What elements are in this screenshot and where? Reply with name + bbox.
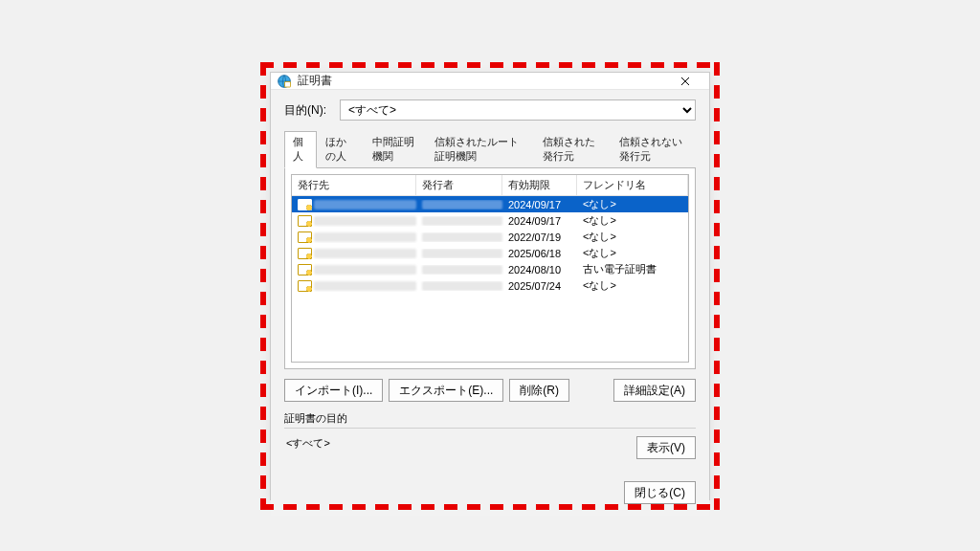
- list-header: 発行先 発行者 有効期限 フレンドリ名: [292, 175, 688, 196]
- tab-2[interactable]: 中間証明機関: [364, 131, 426, 168]
- view-button[interactable]: 表示(V): [636, 436, 696, 459]
- purpose-group-value: <すべて>: [284, 436, 636, 468]
- column-friendly[interactable]: フレンドリ名: [577, 175, 688, 195]
- close-icon: [680, 77, 690, 86]
- import-button[interactable]: インポート(I)...: [284, 379, 383, 402]
- column-issuer[interactable]: 発行者: [416, 175, 502, 195]
- purpose-select[interactable]: <すべて>: [340, 99, 696, 121]
- certificate-icon: [298, 231, 312, 243]
- purpose-label: 目的(N):: [284, 102, 326, 119]
- tab-0[interactable]: 個人: [284, 131, 317, 168]
- titlebar: 証明書: [271, 73, 709, 90]
- certificate-icon: [298, 247, 312, 259]
- purpose-group-label: 証明書の目的: [284, 411, 696, 426]
- window-title: 証明書: [298, 73, 667, 89]
- tab-3[interactable]: 信頼されたルート証明機関: [426, 131, 533, 168]
- table-row[interactable]: 2022/07/19<なし>: [292, 229, 688, 245]
- remove-button[interactable]: 削除(R): [509, 379, 569, 402]
- export-button[interactable]: エクスポート(E)...: [389, 379, 503, 402]
- cert-list-frame: 発行先 発行者 有効期限 フレンドリ名 2024/09/17<なし>2024/0…: [284, 168, 696, 369]
- table-row[interactable]: 2024/09/17<なし>: [292, 196, 688, 212]
- certificate-icon: [298, 198, 312, 210]
- tab-1[interactable]: ほかの人: [317, 131, 364, 168]
- advanced-button[interactable]: 詳細設定(A): [613, 379, 696, 402]
- column-expiry[interactable]: 有効期限: [502, 175, 577, 195]
- table-row[interactable]: 2024/08/10古い電子証明書: [292, 261, 688, 277]
- tab-5[interactable]: 信頼されない発行元: [611, 131, 696, 168]
- certificate-icon: [298, 263, 312, 276]
- tab-4[interactable]: 信頼された発行元: [534, 131, 612, 168]
- column-issued-to[interactable]: 発行先: [292, 175, 416, 195]
- certificate-icon: [298, 214, 312, 227]
- table-row[interactable]: 2025/07/24<なし>: [292, 277, 688, 294]
- close-button[interactable]: [667, 73, 703, 89]
- tabs: 個人ほかの人中間証明機関信頼されたルート証明機関信頼された発行元信頼されない発行…: [284, 130, 696, 168]
- table-row[interactable]: 2025/06/18<なし>: [292, 245, 688, 261]
- certificate-icon: [298, 279, 312, 292]
- list-rows: 2024/09/17<なし>2024/09/17<なし>2022/07/19<な…: [292, 196, 688, 362]
- certificates-dialog: 証明書 目的(N): <すべて> 個人ほかの人中間証明機関信頼されたルート証明機…: [270, 72, 710, 500]
- svg-rect-1: [285, 81, 291, 87]
- table-row[interactable]: 2024/09/17<なし>: [292, 212, 688, 229]
- certificate-globe-icon: [277, 74, 292, 89]
- close-dialog-button[interactable]: 閉じる(C): [624, 481, 696, 504]
